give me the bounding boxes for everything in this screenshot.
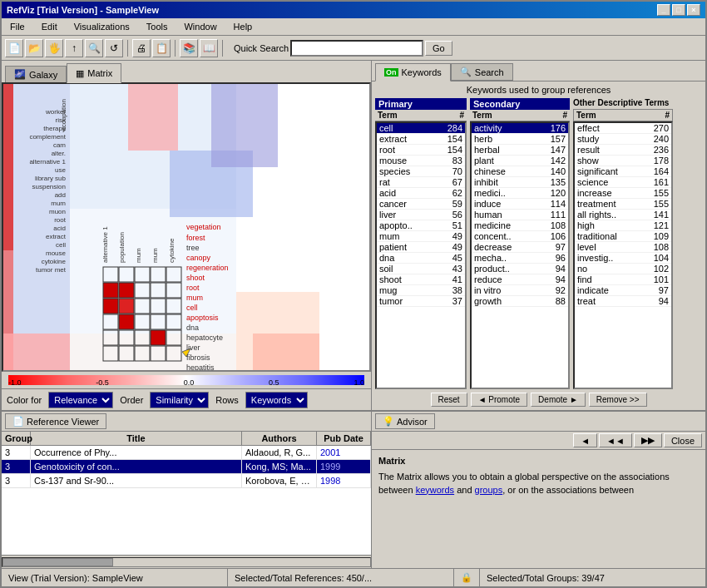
secondary-list-item[interactable]: growth88 [472, 296, 568, 307]
primary-list-item[interactable]: extract154 [377, 134, 465, 145]
other-list-item[interactable]: study240 [575, 134, 671, 145]
other-list-item[interactable]: result236 [575, 145, 671, 156]
title-bar: RefViz [Trial Version] - SampleView _ □ … [2, 2, 705, 18]
other-list-item[interactable]: traditional109 [575, 231, 671, 242]
tab-advisor[interactable]: 💡 Advisor [375, 413, 435, 429]
other-list-item[interactable]: show178 [575, 156, 671, 166]
toolbar-hand[interactable]: 🖐 [45, 39, 63, 57]
tab-reference-viewer[interactable]: 📄 Reference Viewer [5, 413, 106, 429]
tab-search[interactable]: 🔍 Search [451, 63, 513, 81]
ref-row[interactable]: 3 Cs-137 and Sr-90... Korobova, E, E... … [2, 474, 371, 488]
toolbar-print[interactable]: 🖨 [132, 39, 151, 57]
rows-select[interactable]: Keywords [245, 392, 308, 408]
secondary-list-item[interactable]: activity176 [472, 123, 568, 134]
promote-button[interactable]: ◄ Promote [471, 393, 527, 407]
primary-list-item[interactable]: rat67 [377, 177, 465, 188]
menu-tools[interactable]: Tools [141, 20, 173, 33]
menu-help[interactable]: Help [229, 20, 258, 33]
primary-list-item[interactable]: soil43 [377, 264, 465, 274]
secondary-list-item[interactable]: herbal147 [472, 145, 568, 156]
other-list-item[interactable]: investig..104 [575, 253, 671, 264]
other-list-item[interactable]: treatment155 [575, 199, 671, 210]
menu-visualizations[interactable]: Visualizations [69, 20, 135, 33]
primary-list-item[interactable]: dna45 [377, 253, 465, 264]
secondary-list-item[interactable]: medici..120 [472, 188, 568, 199]
primary-list-item[interactable]: acid62 [377, 188, 465, 199]
svg-text:root: root [54, 216, 67, 224]
menu-file[interactable]: File [5, 20, 30, 33]
secondary-list-item[interactable]: concent..106 [472, 231, 568, 242]
other-list-item[interactable]: all rights..141 [575, 210, 671, 220]
secondary-list-item[interactable]: inhibit135 [472, 177, 568, 188]
other-list-item[interactable]: increase155 [575, 188, 671, 199]
toolbar-up[interactable]: ↑ [65, 39, 83, 57]
menu-window[interactable]: Window [179, 20, 221, 33]
ref-row[interactable]: 3 Genotoxicity of con... Kong, MS; Ma...… [2, 460, 371, 474]
primary-list-item[interactable]: mum49 [377, 231, 465, 242]
advisor-prev-prev[interactable]: ◄ [573, 433, 597, 447]
ref-scroll-bar[interactable] [2, 555, 371, 568]
svg-text:complement: complement [29, 133, 66, 141]
advisor-prev[interactable]: ◄◄ [599, 433, 632, 447]
toolbar-document[interactable]: 📋 [152, 39, 171, 57]
primary-list-item[interactable]: liver56 [377, 210, 465, 220]
other-list-item[interactable]: science161 [575, 177, 671, 188]
secondary-list-item[interactable]: chinese140 [472, 166, 568, 177]
quick-search-input[interactable] [290, 40, 423, 57]
go-button[interactable]: Go [425, 41, 452, 56]
secondary-list-item[interactable]: decrease97 [472, 242, 568, 253]
secondary-list-item[interactable]: herb157 [472, 134, 568, 145]
menu-edit[interactable]: Edit [37, 20, 62, 33]
secondary-list-item[interactable]: plant142 [472, 156, 568, 166]
primary-list-item[interactable]: shoot41 [377, 274, 465, 285]
secondary-list-item[interactable]: induce114 [472, 199, 568, 210]
toolbar-book2[interactable]: 📖 [200, 39, 218, 57]
advisor-link-groups[interactable]: groups [475, 485, 503, 495]
other-list-item[interactable]: indicate97 [575, 285, 671, 296]
secondary-list-item[interactable]: product..94 [472, 264, 568, 274]
primary-list-item[interactable]: cancer59 [377, 199, 465, 210]
secondary-list-item[interactable]: reduce94 [472, 274, 568, 285]
demote-button[interactable]: Demote ► [531, 393, 586, 407]
primary-list-item[interactable]: patient49 [377, 242, 465, 253]
toolbar-refresh[interactable]: ↺ [105, 39, 123, 57]
primary-list-item[interactable]: apopto..51 [377, 220, 465, 231]
primary-list-item[interactable]: mug38 [377, 285, 465, 296]
tab-keywords[interactable]: On Keywords [375, 63, 451, 82]
advisor-link-keywords[interactable]: keywords [416, 485, 454, 495]
secondary-list-item[interactable]: mecha..96 [472, 253, 568, 264]
minimize-button[interactable]: _ [657, 4, 670, 16]
advisor-close[interactable]: Close [664, 433, 702, 447]
order-select[interactable]: Similarity [150, 392, 209, 408]
other-list-item[interactable]: find101 [575, 274, 671, 285]
primary-list-item[interactable]: mouse83 [377, 156, 465, 166]
primary-list-item[interactable]: cell284 [377, 123, 465, 134]
reset-button[interactable]: Reset [431, 393, 467, 407]
other-list-item[interactable]: effect270 [575, 123, 671, 134]
other-list-item[interactable]: no102 [575, 264, 671, 274]
advisor-next[interactable]: ▶▶ [634, 433, 662, 447]
color-for-select[interactable]: Relevance [48, 392, 113, 408]
toolbar-open[interactable]: 📂 [25, 39, 43, 57]
toolbar-book1[interactable]: 📚 [180, 39, 198, 57]
secondary-list-item[interactable]: in vitro92 [472, 285, 568, 296]
tab-matrix[interactable]: ▦ Matrix [67, 63, 121, 83]
secondary-list-item[interactable]: human111 [472, 210, 568, 220]
remove-button[interactable]: Remove >> [589, 393, 647, 407]
close-button[interactable]: × [687, 4, 700, 16]
toolbar-search[interactable]: 🔍 [85, 39, 103, 57]
tab-galaxy[interactable]: 🌌 Galaxy [5, 66, 67, 82]
ref-row[interactable]: 3 Occurrence of Phy... Aldaoud, R, G... … [2, 446, 371, 460]
other-list-item[interactable]: significant164 [575, 166, 671, 177]
secondary-list-item[interactable]: medicine108 [472, 220, 568, 231]
primary-list-item[interactable]: tumor37 [377, 296, 465, 307]
primary-list-item[interactable]: root154 [377, 145, 465, 156]
svg-rect-7 [253, 334, 319, 370]
other-list-item[interactable]: level108 [575, 242, 671, 253]
other-list-item[interactable]: treat94 [575, 296, 671, 307]
main-area: 🌌 Galaxy ▦ Matrix [2, 61, 705, 410]
other-list-item[interactable]: high121 [575, 220, 671, 231]
toolbar-new[interactable]: 📄 [5, 39, 23, 57]
maximize-button[interactable]: □ [672, 4, 685, 16]
primary-list-item[interactable]: species70 [377, 166, 465, 177]
